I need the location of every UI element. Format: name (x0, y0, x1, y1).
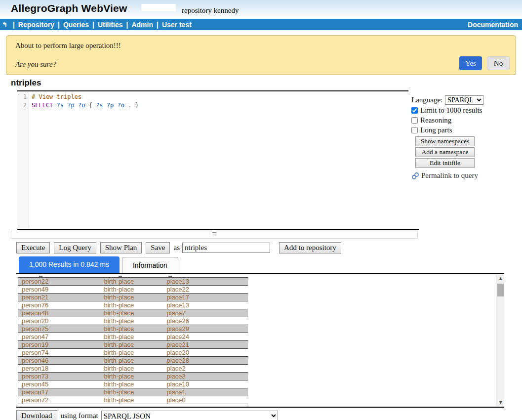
result-cell[interactable]: person47 (18, 333, 101, 341)
result-cell[interactable]: person18 (18, 365, 101, 373)
result-cell[interactable]: person73 (18, 373, 101, 380)
nav-item-queries[interactable]: Queries (63, 21, 89, 29)
result-row: person19birth-placeplace21 (18, 341, 248, 349)
result-cell[interactable]: person17 (18, 388, 101, 396)
results-area: person22birth-placeplace13person49birth-… (16, 275, 504, 408)
results-scrollbar[interactable]: ▲ ▼ (496, 275, 504, 407)
editor-line-numbers: 12 (17, 91, 29, 228)
result-cell[interactable]: person20 (18, 317, 101, 325)
query-options-panel: Language: SPARQL Limit to 1000 resultsRe… (411, 95, 520, 180)
nav-item-documentation[interactable]: Documentation (468, 21, 518, 29)
option-buttons: Show namespacesAdd a namespaceEdit initf… (415, 136, 520, 169)
option-reasoning[interactable]: Reasoning (411, 116, 520, 125)
result-cell[interactable]: birth-place (101, 333, 163, 341)
result-cell[interactable]: place29 (163, 325, 248, 333)
tab-1-000-results-in-0-842-ms[interactable]: 1,000 Results in 0.842 ms (19, 256, 120, 273)
show-plan-button[interactable]: Show Plan (100, 242, 142, 253)
editor-resize-handle[interactable]: ☰ (11, 231, 418, 239)
add-to-repository-button[interactable]: Add to repository (279, 242, 341, 253)
option-limit-to-1000-results[interactable]: Limit to 1000 results (411, 106, 520, 115)
long-parts-checkbox[interactable] (411, 127, 418, 133)
result-cell[interactable]: place0 (163, 396, 248, 404)
result-cell[interactable]: birth-place (101, 349, 163, 357)
nav-separator: | (157, 21, 159, 29)
save-button[interactable]: Save (146, 242, 170, 253)
result-cell[interactable]: place20 (163, 349, 248, 357)
result-cell[interactable]: person49 (18, 286, 101, 294)
nav-item-admin[interactable]: Admin (131, 21, 153, 29)
result-cell[interactable]: place28 (163, 357, 248, 365)
results-tab-bar: 1,000 Results in 0.842 msInformation (16, 257, 504, 274)
result-cell[interactable]: place7 (163, 309, 248, 317)
reasoning-checkbox[interactable] (411, 117, 418, 124)
result-row: person20birth-placeplace26 (18, 317, 248, 325)
line-number: 2 (17, 101, 27, 110)
header-blank-box (141, 4, 176, 11)
result-cell[interactable]: birth-place (101, 396, 163, 404)
result-cell[interactable]: place2 (163, 365, 248, 373)
result-cell[interactable]: place10 (163, 380, 248, 388)
scroll-up-icon[interactable]: ▲ (496, 275, 504, 283)
result-cell[interactable]: place3 (163, 373, 248, 380)
result-cell[interactable]: person21 (18, 294, 101, 301)
result-cell[interactable]: birth-place (101, 365, 163, 373)
result-cell[interactable]: birth-place (101, 317, 163, 325)
nav-item-repository[interactable]: Repository (18, 21, 54, 29)
query-name-input[interactable] (182, 243, 270, 253)
result-cell[interactable]: place1 (163, 388, 248, 396)
result-cell[interactable]: birth-place (101, 325, 163, 333)
code-line: SELECT ?s ?p ?o { ?s ?p ?o . } (32, 101, 408, 110)
result-cell[interactable]: person74 (18, 349, 101, 357)
result-row: person75birth-placeplace29 (18, 325, 248, 333)
result-cell[interactable]: place22 (163, 286, 248, 294)
result-row: person47birth-placeplace24 (18, 333, 248, 341)
tab-information[interactable]: Information (122, 257, 178, 273)
result-cell[interactable]: birth-place (101, 294, 163, 301)
result-cell[interactable]: place21 (163, 341, 248, 349)
result-cell[interactable]: birth-place (101, 341, 163, 349)
result-cell[interactable]: birth-place (101, 309, 163, 317)
scrollbar-thumb[interactable] (497, 284, 504, 296)
result-row: person18birth-placeplace2 (18, 365, 248, 373)
result-cell[interactable]: birth-place (101, 286, 163, 294)
result-cell[interactable]: person19 (18, 341, 101, 349)
result-cell[interactable]: birth-place (101, 278, 163, 286)
add-a-namespace-button[interactable]: Add a namespace (415, 147, 475, 157)
format-label: using format (61, 412, 98, 420)
result-cell[interactable]: person76 (18, 301, 101, 309)
result-cell[interactable]: person72 (18, 396, 101, 404)
result-cell[interactable]: place24 (163, 333, 248, 341)
result-cell[interactable]: person46 (18, 357, 101, 365)
result-cell[interactable]: birth-place (101, 357, 163, 365)
edit-initfile-button[interactable]: Edit initfile (415, 158, 475, 168)
result-cell[interactable]: person75 (18, 325, 101, 333)
result-cell[interactable]: place17 (163, 294, 248, 301)
result-cell[interactable]: person48 (18, 309, 101, 317)
yes-button[interactable]: Yes (459, 56, 482, 70)
result-cell[interactable]: birth-place (101, 380, 163, 388)
query-editor[interactable]: 12 # View triplesSELECT ?s ?p ?o { ?s ?p… (17, 90, 408, 228)
nav-item-user-test[interactable]: User test (162, 21, 192, 29)
nav-item-utilities[interactable]: Utilities (98, 21, 123, 29)
result-cell[interactable]: birth-place (101, 373, 163, 380)
log-query-button[interactable]: Log Query (54, 242, 96, 253)
result-cell[interactable]: birth-place (101, 388, 163, 396)
result-cell[interactable]: person22 (18, 278, 101, 286)
download-button[interactable]: Download (16, 410, 57, 420)
no-button[interactable]: No (487, 56, 510, 70)
language-select[interactable]: SPARQL (445, 95, 483, 105)
result-cell[interactable]: place13 (163, 278, 248, 286)
scroll-down-icon[interactable]: ▼ (496, 399, 504, 407)
editor-code[interactable]: # View triplesSELECT ?s ?p ?o { ?s ?p ?o… (29, 91, 408, 228)
result-cell[interactable]: person45 (18, 380, 101, 388)
permalink-to-query[interactable]: Permalink to query (411, 171, 520, 180)
option-long-parts[interactable]: Long parts (411, 126, 520, 134)
result-cell[interactable]: place26 (163, 317, 248, 325)
limit-to-1000-results-checkbox[interactable] (411, 107, 418, 114)
back-arrow-icon[interactable]: ↰ (2, 21, 7, 28)
show-namespaces-button[interactable]: Show namespaces (415, 136, 475, 146)
execute-button[interactable]: Execute (16, 242, 50, 253)
format-select[interactable]: SPARQL JSON (101, 411, 278, 420)
result-cell[interactable]: place13 (163, 301, 248, 309)
result-cell[interactable]: birth-place (101, 301, 163, 309)
